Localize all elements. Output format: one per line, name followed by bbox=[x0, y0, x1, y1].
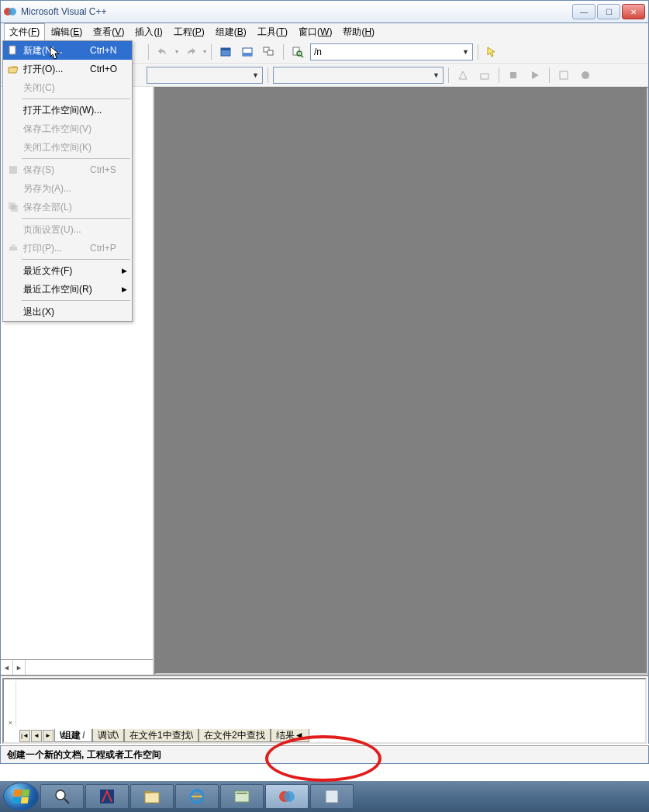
svg-rect-3 bbox=[221, 48, 230, 50]
tab-scroll-right[interactable]: ► bbox=[13, 660, 26, 675]
undo-button[interactable] bbox=[154, 43, 172, 61]
output-tab-find1[interactable]: 在文件1中查找 \ bbox=[124, 729, 198, 742]
output-tab-prev[interactable]: ◄ bbox=[31, 730, 42, 742]
svg-rect-31 bbox=[326, 790, 338, 803]
active-config-combo[interactable]: ▼ bbox=[147, 67, 263, 84]
output-pane: × |◄ ◄ ► \组建/ 调试 \ 在文件1中查找 \ 在文件2中查找 结果 … bbox=[2, 678, 647, 744]
menu-save-as: 另存为(A)... bbox=[3, 179, 132, 198]
menu-build[interactable]: 组建(B) bbox=[211, 24, 251, 40]
file-menu-dropdown: 新建(N)... Ctrl+N 打开(O)... Ctrl+O 关闭(C) 打开… bbox=[2, 40, 133, 322]
help-cursor-button[interactable] bbox=[483, 43, 502, 61]
svg-point-21 bbox=[56, 790, 65, 800]
windows-taskbar bbox=[0, 781, 649, 812]
status-text: 创建一个新的文档, 工程或者工作空间 bbox=[7, 748, 161, 762]
redo-button[interactable] bbox=[181, 43, 200, 61]
compile-button[interactable] bbox=[454, 66, 472, 85]
menu-new[interactable]: 新建(N)... Ctrl+N bbox=[3, 41, 132, 60]
open-folder-icon bbox=[6, 64, 20, 74]
find-value: /n bbox=[314, 47, 322, 57]
main-area: 新建(N)... Ctrl+N 打开(O)... Ctrl+O 关闭(C) 打开… bbox=[0, 87, 649, 675]
output-pane-wrap: × |◄ ◄ ► \组建/ 调试 \ 在文件1中查找 \ 在文件2中查找 结果 … bbox=[0, 675, 649, 744]
window-list-button[interactable] bbox=[260, 43, 278, 61]
svg-point-14 bbox=[582, 71, 589, 79]
svg-rect-7 bbox=[268, 50, 273, 55]
save-all-icon bbox=[6, 202, 20, 213]
taskbar-item-magnifier[interactable] bbox=[40, 784, 84, 809]
status-bar: 创建一个新的文档, 工程或者工作空间 bbox=[0, 745, 649, 764]
menu-close-workspace: 关闭工作空间(K) bbox=[3, 138, 132, 157]
output-tab-next[interactable]: ► bbox=[43, 730, 54, 742]
editor-area bbox=[154, 87, 648, 675]
menu-edit[interactable]: 编辑(E) bbox=[47, 24, 87, 40]
menu-exit[interactable]: 退出(X) bbox=[3, 302, 132, 321]
menu-open-workspace[interactable]: 打开工作空间(W)... bbox=[3, 101, 132, 119]
taskbar-item-app3[interactable] bbox=[310, 784, 354, 809]
menu-file[interactable]: 文件(F) bbox=[4, 23, 45, 41]
svg-point-1 bbox=[9, 8, 16, 16]
svg-rect-5 bbox=[243, 53, 252, 56]
minimize-button[interactable]: — bbox=[572, 4, 595, 19]
start-button[interactable] bbox=[3, 783, 39, 810]
menu-print: 打印(P)... Ctrl+P bbox=[3, 239, 132, 257]
svg-rect-19 bbox=[9, 247, 17, 251]
insert-breakpoint-button[interactable] bbox=[576, 66, 595, 85]
taskbar-item-visual-cpp[interactable] bbox=[265, 784, 309, 809]
output-tab-find2[interactable]: 在文件2中查找 bbox=[198, 729, 271, 742]
menu-recent-files[interactable]: 最近文件(F) ▶ bbox=[3, 261, 132, 280]
menu-tools[interactable]: 工具(T) bbox=[253, 24, 292, 40]
svg-rect-25 bbox=[145, 791, 151, 793]
taskbar-item-explorer[interactable] bbox=[130, 784, 174, 809]
output-button[interactable] bbox=[238, 43, 257, 61]
menu-open[interactable]: 打开(O)... Ctrl+O bbox=[3, 60, 132, 78]
tab-scroll-left[interactable]: ◄ bbox=[1, 660, 13, 675]
app-icon bbox=[4, 5, 16, 18]
svg-rect-28 bbox=[236, 793, 247, 794]
menu-insert[interactable]: 插入(I) bbox=[130, 24, 167, 40]
menu-help[interactable]: 帮助(H) bbox=[338, 24, 379, 40]
output-tab-build[interactable]: \组建/ bbox=[54, 729, 92, 742]
build-button[interactable] bbox=[475, 66, 494, 85]
svg-rect-18 bbox=[11, 205, 18, 212]
menu-save: 保存(S) Ctrl+S bbox=[3, 161, 132, 179]
find-combo[interactable]: /n ▼ bbox=[310, 43, 473, 60]
save-icon bbox=[6, 164, 20, 175]
go-button[interactable] bbox=[554, 66, 573, 85]
menu-save-all: 保存全部(L) bbox=[3, 198, 132, 216]
stop-build-button[interactable] bbox=[504, 66, 523, 85]
maximize-button[interactable]: ☐ bbox=[597, 4, 620, 19]
taskbar-item-app2[interactable] bbox=[220, 784, 264, 809]
windows-logo-icon bbox=[12, 790, 30, 803]
svg-rect-12 bbox=[510, 72, 516, 78]
menu-recent-workspaces[interactable]: 最近工作空间(R) ▶ bbox=[3, 280, 132, 299]
output-tabs: |◄ ◄ ► \组建/ 调试 \ 在文件1中查找 \ 在文件2中查找 结果 ◄ bbox=[19, 729, 309, 742]
svg-rect-24 bbox=[145, 793, 159, 803]
window-title: Microsoft Visual C++ bbox=[21, 6, 572, 17]
submenu-arrow-icon: ▶ bbox=[122, 267, 127, 275]
output-margin: × bbox=[5, 681, 16, 727]
menu-view[interactable]: 查看(V) bbox=[88, 24, 129, 40]
title-bar: Microsoft Visual C++ — ☐ ✕ bbox=[0, 0, 649, 23]
svg-rect-16 bbox=[9, 166, 17, 174]
new-file-icon bbox=[6, 45, 20, 56]
svg-rect-20 bbox=[11, 244, 16, 247]
active-project-combo[interactable]: ▼ bbox=[273, 67, 444, 84]
output-tab-first[interactable]: |◄ bbox=[19, 730, 30, 742]
svg-line-22 bbox=[64, 799, 69, 803]
menu-save-workspace: 保存工作空间(V) bbox=[3, 119, 132, 138]
svg-rect-11 bbox=[481, 74, 488, 79]
print-icon bbox=[6, 243, 20, 254]
menu-window[interactable]: 窗口(W) bbox=[294, 24, 337, 40]
output-tab-debug[interactable]: 调试 \ bbox=[92, 729, 124, 742]
workspace-button[interactable] bbox=[216, 43, 235, 61]
close-button[interactable]: ✕ bbox=[622, 4, 645, 19]
workspace-panel: 新建(N)... Ctrl+N 打开(O)... Ctrl+O 关闭(C) 打开… bbox=[1, 87, 154, 675]
execute-button[interactable] bbox=[526, 66, 544, 85]
svg-line-10 bbox=[301, 55, 303, 57]
workspace-tabs: ◄ ► bbox=[1, 659, 153, 675]
menu-project[interactable]: 工程(P) bbox=[169, 24, 209, 40]
taskbar-item-ie[interactable] bbox=[175, 784, 219, 809]
find-in-files-button[interactable] bbox=[288, 43, 307, 61]
taskbar-item-app1[interactable] bbox=[85, 784, 129, 809]
menu-bar: 文件(F) 编辑(E) 查看(V) 插入(I) 工程(P) 组建(B) 工具(T… bbox=[0, 23, 649, 40]
output-tab-results[interactable]: 结果 ◄ bbox=[271, 729, 309, 742]
